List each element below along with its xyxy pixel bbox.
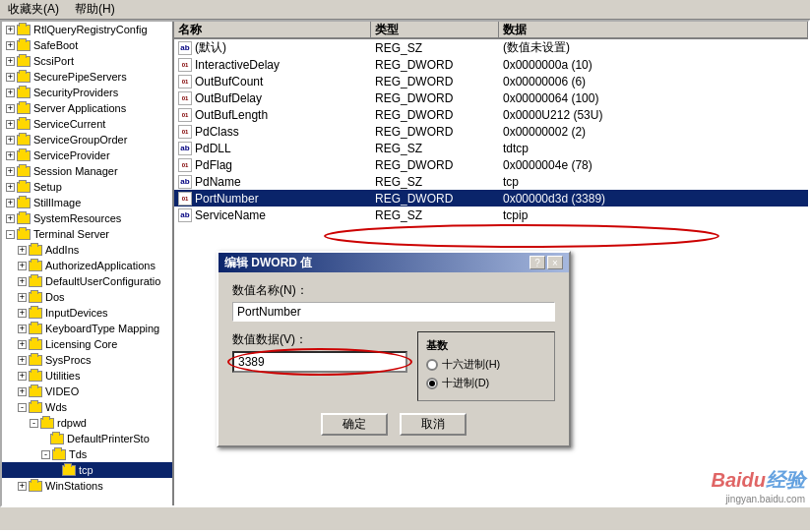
field-name-input[interactable]: [232, 302, 555, 322]
reg-row-default[interactable]: ab(默认) REG_SZ (数值未设置): [174, 39, 808, 56]
tree-item-rtlquery[interactable]: +RtlQueryRegistryConfig: [2, 22, 172, 37]
tree-item-scsiport[interactable]: +ScsiPort: [2, 53, 172, 69]
expand-icon[interactable]: +: [6, 89, 15, 97]
tree-item-utilities[interactable]: +Utilities: [2, 368, 172, 384]
expand-icon[interactable]: +: [18, 387, 27, 396]
tree-item-serviceprovider[interactable]: +ServiceProvider: [2, 148, 172, 163]
expand-icon[interactable]: +: [6, 183, 15, 192]
tree-label: DefaultUserConfiguratio: [45, 275, 160, 287]
tree-label: SystemResources: [33, 212, 121, 224]
folder-icon: [40, 418, 54, 429]
tree-item-servicegrouporder[interactable]: +ServiceGroupOrder: [2, 132, 172, 148]
dialog-help-button[interactable]: ?: [530, 256, 545, 269]
reg-cell-type: REG_DWORD: [371, 56, 499, 73]
dword-icon: 01: [178, 125, 192, 139]
folder-icon: [50, 434, 64, 444]
tree-item-sysresources[interactable]: +SystemResources: [2, 210, 172, 226]
tree-item-tds[interactable]: -Tds: [2, 446, 172, 462]
expand-icon[interactable]: +: [18, 356, 27, 365]
tree-item-terminalserver[interactable]: -Terminal Server: [2, 226, 172, 242]
reg-row-outbufcount[interactable]: 01OutBufCount REG_DWORD 0x00000006 (6): [174, 73, 808, 89]
expand-icon[interactable]: +: [6, 104, 15, 113]
tree-item-sysprocs[interactable]: +SysProcs: [2, 352, 172, 368]
tree-item-wds[interactable]: -Wds: [2, 399, 172, 415]
expand-icon[interactable]: +: [18, 325, 27, 333]
expand-icon[interactable]: +: [18, 293, 27, 302]
expand-icon[interactable]: +: [18, 482, 27, 491]
tree-item-safeboot[interactable]: +SafeBoot: [2, 37, 172, 53]
radio-dec-circle[interactable]: [426, 378, 438, 389]
tree-item-securepipe[interactable]: +SecurePipeServers: [2, 69, 172, 85]
reg-row-pddll[interactable]: abPdDLL REG_SZ tdtcp: [174, 140, 808, 156]
expand-icon[interactable]: +: [18, 372, 27, 381]
expand-icon[interactable]: +: [6, 57, 15, 66]
tree-item-secproviders[interactable]: +SecurityProviders: [2, 85, 172, 100]
expand-icon[interactable]: -: [6, 230, 15, 239]
radio-dec-item[interactable]: 十进制(D): [426, 376, 546, 390]
reg-row-pdname[interactable]: abPdName REG_SZ tcp: [174, 173, 808, 190]
expand-icon[interactable]: +: [18, 246, 27, 255]
tree-item-defaultprinter[interactable]: DefaultPrinterSto: [2, 431, 172, 446]
tree-item-serverapps[interactable]: +Server Applications: [2, 100, 172, 116]
tree-item-servicecurrent[interactable]: +ServiceCurrent: [2, 116, 172, 132]
tree-item-inputdevices[interactable]: +InputDevices: [2, 305, 172, 321]
tree-item-kbdtype[interactable]: +KeyboardType Mapping: [2, 321, 172, 336]
expand-icon[interactable]: +: [18, 309, 27, 318]
expand-icon[interactable]: +: [18, 340, 27, 349]
reg-cell-type: REG_DWORD: [371, 190, 499, 207]
expand-icon[interactable]: +: [6, 136, 15, 145]
dialog-close-button[interactable]: ×: [547, 256, 563, 269]
reg-row-portnumber[interactable]: 01PortNumber REG_DWORD 0x00000d3d (3389): [174, 190, 808, 207]
menu-collections[interactable]: 收藏夹(A): [4, 1, 63, 18]
reg-cell-name: 01PdClass: [174, 123, 371, 140]
tree-item-rdpwd[interactable]: -rdpwd: [2, 415, 172, 431]
tree-item-sessionmanager[interactable]: +Session Manager: [2, 163, 172, 179]
reg-cell-name: 01InteractiveDelay: [174, 56, 371, 73]
cancel-button[interactable]: 取消: [400, 413, 467, 436]
tree-item-stillimage[interactable]: +StillImage: [2, 195, 172, 210]
radio-hex-item[interactable]: 十六进制(H): [426, 357, 546, 372]
tree-item-addins[interactable]: +AddIns: [2, 242, 172, 258]
expand-icon[interactable]: +: [18, 262, 27, 270]
expand-icon[interactable]: +: [6, 41, 15, 50]
reg-header: 名称 类型 数据: [174, 22, 808, 39]
reg-row-interactivedelay[interactable]: 01InteractiveDelay REG_DWORD 0x0000000a …: [174, 56, 808, 73]
tree-label: Dos: [45, 291, 65, 303]
col-header-name: 名称: [174, 22, 371, 37]
reg-row-pdflag[interactable]: 01PdFlag REG_DWORD 0x0000004e (78): [174, 156, 808, 173]
expand-icon[interactable]: +: [18, 277, 27, 286]
reg-row-outbuflength[interactable]: 01OutBufLength REG_DWORD 0x0000U212 (53U…: [174, 106, 808, 123]
reg-row-outbufdelay[interactable]: 01OutBufDelay REG_DWORD 0x00000064 (100): [174, 89, 808, 106]
tree-item-authorizedapps[interactable]: +AuthorizedApplications: [2, 258, 172, 273]
tree-item-setup[interactable]: +Setup: [2, 179, 172, 195]
folder-icon: [29, 245, 42, 256]
folder-icon: [29, 308, 42, 319]
tree-item-video[interactable]: +VIDEO: [2, 384, 172, 399]
tree-item-winstations[interactable]: +WinStations: [2, 478, 172, 494]
reg-row-servicename[interactable]: abServiceName REG_SZ tcpip: [174, 207, 808, 223]
expand-icon[interactable]: +: [6, 73, 15, 82]
expand-icon[interactable]: +: [6, 167, 15, 176]
radio-hex-circle[interactable]: [426, 359, 438, 371]
tree-item-dos[interactable]: +Dos: [2, 289, 172, 305]
tree-label: ServiceProvider: [33, 149, 110, 161]
data-value-input[interactable]: [232, 351, 407, 373]
expand-icon[interactable]: +: [6, 120, 15, 129]
reg-row-pdclass[interactable]: 01PdClass REG_DWORD 0x00000002 (2): [174, 123, 808, 140]
expand-icon[interactable]: -: [41, 450, 50, 459]
folder-icon: [62, 465, 76, 476]
expand-icon[interactable]: +: [6, 199, 15, 207]
tree-item-licensing[interactable]: +Licensing Core: [2, 336, 172, 352]
expand-icon[interactable]: -: [30, 419, 38, 428]
expand-icon[interactable]: +: [6, 151, 15, 160]
expand-icon[interactable]: +: [6, 26, 15, 34]
tree-item-tcp[interactable]: tcp: [2, 462, 172, 478]
tree-item-defaultuserconfig[interactable]: +DefaultUserConfiguratio: [2, 273, 172, 289]
expand-icon[interactable]: +: [6, 214, 15, 223]
menu-help[interactable]: 帮助(H): [71, 1, 119, 18]
watermark-line2: jingyan.baidu.com: [711, 494, 805, 504]
ok-button[interactable]: 确定: [321, 413, 388, 436]
expand-icon[interactable]: -: [18, 403, 27, 412]
folder-icon: [29, 355, 42, 366]
menubar: 收藏夹(A) 帮助(H): [0, 0, 810, 20]
